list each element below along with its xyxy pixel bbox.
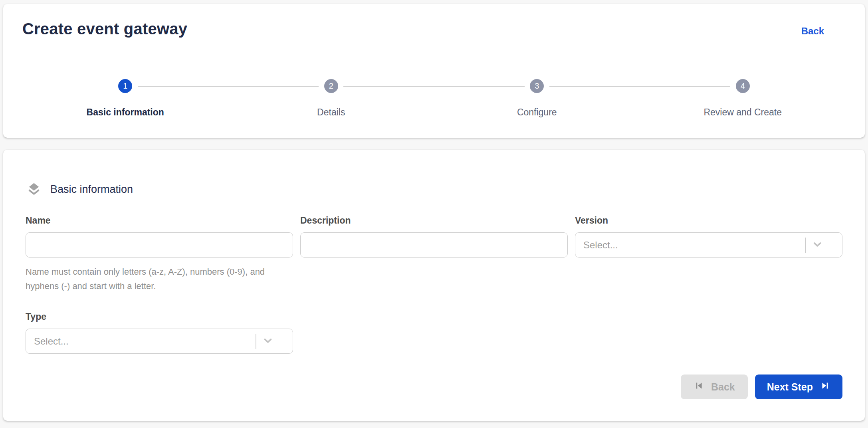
stepper: 1 Basic information 2 Details 3 Configur… [22, 79, 846, 118]
step-2-label: Details [317, 107, 345, 118]
wizard-actions: Back Next Step [26, 374, 842, 399]
step-4-badge: 4 [736, 79, 750, 93]
skip-next-icon [820, 380, 830, 393]
page-title: Create event gateway [22, 20, 187, 38]
version-select[interactable] [575, 232, 842, 258]
name-input[interactable] [26, 232, 293, 258]
form-card: Basic information Name Name must contain… [3, 150, 865, 421]
header-card: Create event gateway Back 1 Basic inform… [3, 4, 865, 138]
stepper-step-configure[interactable]: 3 Configure [434, 79, 640, 118]
step-3-badge: 3 [530, 79, 544, 93]
type-field-group: Type [26, 311, 293, 354]
name-label: Name [26, 215, 293, 226]
description-input[interactable] [300, 232, 568, 258]
step-3-label: Configure [517, 107, 557, 118]
type-select[interactable] [26, 329, 293, 354]
version-select-input[interactable] [575, 232, 842, 258]
step-1-label: Basic information [87, 107, 164, 118]
page: Create event gateway Back 1 Basic inform… [0, 0, 868, 428]
name-helper-text: Name must contain only letters (a-z, A-Z… [26, 265, 285, 293]
type-select-input[interactable] [26, 329, 293, 354]
section-header: Basic information [26, 181, 842, 198]
form-grid: Name Name must contain only letters (a-z… [26, 215, 842, 354]
stepper-step-details[interactable]: 2 Details [228, 79, 434, 118]
header-row: Create event gateway Back [22, 20, 846, 38]
step-4-number: 4 [741, 81, 745, 91]
skip-previous-icon [694, 380, 704, 393]
type-label: Type [26, 311, 293, 322]
next-step-button[interactable]: Next Step [755, 374, 842, 399]
back-step-button[interactable]: Back [681, 374, 748, 399]
layers-icon [26, 181, 42, 198]
version-field-group: Version [575, 215, 842, 258]
description-label: Description [300, 215, 568, 226]
version-label: Version [575, 215, 842, 226]
step-4-label: Review and Create [704, 107, 782, 118]
name-field-group: Name Name must contain only letters (a-z… [26, 215, 293, 293]
back-step-label: Back [711, 381, 735, 393]
next-step-label: Next Step [767, 381, 813, 393]
stepper-step-review-and-create[interactable]: 4 Review and Create [640, 79, 846, 118]
description-field-group: Description [300, 215, 568, 258]
section-title: Basic information [50, 183, 133, 196]
step-3-number: 3 [535, 81, 539, 91]
step-2-number: 2 [329, 81, 333, 91]
step-1-number: 1 [123, 81, 127, 91]
stepper-step-basic-information[interactable]: 1 Basic information [22, 79, 228, 118]
step-2-badge: 2 [324, 79, 338, 93]
back-link[interactable]: Back [801, 26, 824, 37]
step-1-badge: 1 [118, 79, 132, 93]
